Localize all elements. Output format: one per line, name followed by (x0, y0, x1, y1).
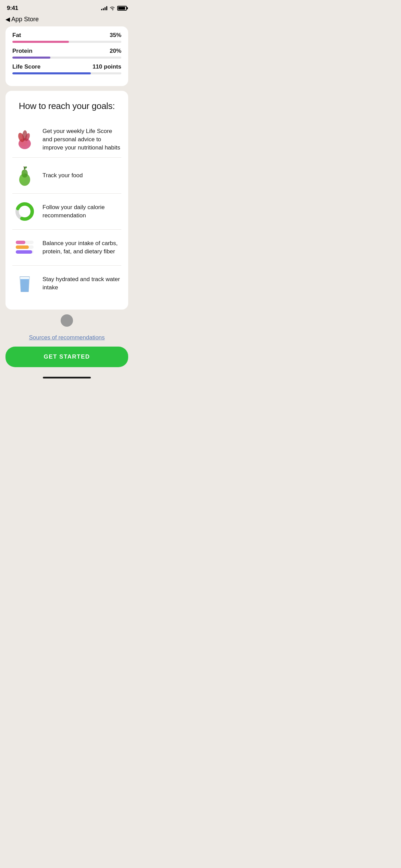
feature-food-text: Track your food (42, 171, 121, 180)
cta-container: GET STARTED (0, 347, 134, 373)
fat-row: Fat 35% (12, 32, 121, 43)
life-score-row: Life Score 110 points (12, 63, 121, 74)
life-score-label: Life Score (12, 63, 40, 70)
sources-link[interactable]: Sources of recommendations (29, 334, 105, 341)
beet-icon (12, 127, 37, 152)
bars-stack-icon (12, 235, 37, 260)
back-arrow-icon: ◀ (5, 16, 10, 23)
protein-value: 20% (110, 48, 121, 55)
svg-rect-20 (16, 241, 25, 244)
battery-icon (117, 6, 127, 11)
svg-point-9 (22, 170, 25, 176)
get-started-button[interactable]: GET STARTED (5, 347, 128, 367)
life-score-value: 110 points (93, 63, 121, 70)
status-time: 9:41 (7, 5, 18, 12)
protein-progress-fill (12, 57, 50, 59)
fat-value: 35% (110, 32, 121, 39)
water-glass-icon (12, 271, 37, 296)
home-indicator (0, 373, 134, 381)
protein-label: Protein (12, 48, 33, 55)
feature-balance-text: Balance your intake of carbs, protein, f… (42, 239, 121, 256)
feature-balance: Balance your intake of carbs, protein, f… (12, 230, 121, 266)
feature-lifescore: Get your weekly Life Score and personal … (12, 122, 121, 158)
goals-card: How to reach your goals: Get your weekly… (5, 91, 128, 310)
status-bar: 9:41 (0, 0, 134, 14)
feature-water: Stay hydrated and track water intake (12, 266, 121, 301)
feature-food: Track your food (12, 158, 121, 194)
fat-progress-bg (12, 41, 121, 43)
protein-row: Protein 20% (12, 48, 121, 59)
feature-calorie: Follow your daily calorie recommendation (12, 194, 121, 230)
scroll-indicator (61, 314, 73, 327)
sources-section[interactable]: Sources of recommendations (0, 328, 134, 347)
card-title: How to reach your goals: (12, 100, 121, 112)
pear-icon (12, 163, 37, 188)
home-bar (43, 377, 91, 378)
fat-label: Fat (12, 32, 21, 39)
protein-progress-bg (12, 57, 121, 59)
signal-icon (101, 6, 107, 10)
status-icons (101, 6, 127, 11)
back-label: App Store (11, 16, 39, 23)
svg-rect-18 (16, 250, 32, 254)
feature-calorie-text: Follow your daily calorie recommendation (42, 203, 121, 220)
life-score-progress-bg (12, 72, 121, 74)
back-navigation[interactable]: ◀ App Store (0, 14, 134, 26)
life-score-progress-fill (12, 72, 91, 74)
nutrients-card: Fat 35% Protein 20% Life Score 110 point… (5, 26, 128, 86)
fat-progress-fill (12, 41, 69, 43)
donut-chart-icon (12, 199, 37, 224)
svg-rect-16 (16, 245, 29, 249)
wifi-icon (109, 6, 115, 11)
feature-lifescore-text: Get your weekly Life Score and personal … (42, 127, 121, 152)
feature-water-text: Stay hydrated and track water intake (42, 275, 121, 292)
